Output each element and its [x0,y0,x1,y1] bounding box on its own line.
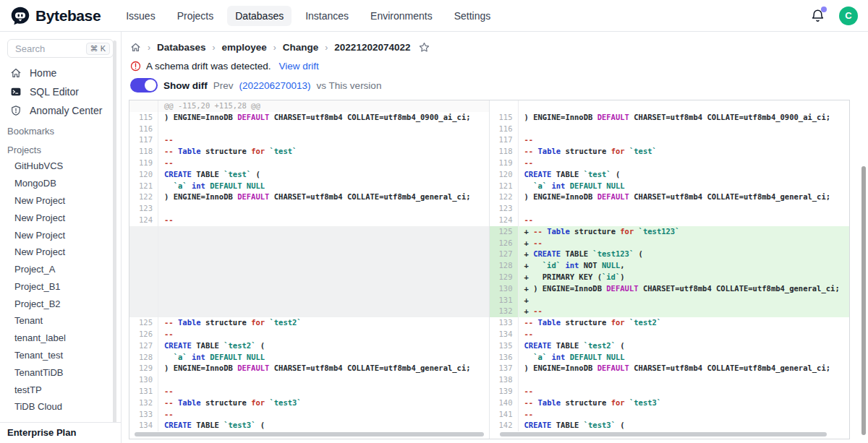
code-line: -- [519,409,850,421]
sidebar-project-item[interactable]: testTP [0,381,121,398]
main-vertical-scrollbar[interactable] [861,166,866,435]
prev-version-link[interactable]: (202206270013) [239,80,311,91]
code-token: structure [201,318,252,327]
code-line: + -- Table structure for `test123` [519,226,850,238]
code-line: ) ENGINE=InnoDB DEFAULT CHARSET=utf8mb4 … [519,112,850,124]
diff-row: 127CREATE TABLE `test2` ( [129,340,489,352]
search-input[interactable] [14,43,69,55]
code-token: structure [570,227,621,236]
code-token: CREATE [164,170,192,179]
code-token: -- [164,158,174,167]
breadcrumb-home-icon[interactable] [130,42,141,53]
sidebar-project-item[interactable]: TiDB Cloud [0,398,121,416]
sidebar-project-item[interactable]: GitHubVCS [0,158,121,175]
code-line [158,306,489,317]
line-number: 122 [490,192,519,203]
line-number: 127 [129,340,158,352]
line-number: 127 [490,249,519,260]
notifications-button[interactable] [810,8,826,24]
code-token: DEFAULT [597,364,629,372]
sidebar-project-item[interactable]: New Project [0,209,121,226]
sidebar-project-item[interactable]: Tenant [0,312,121,330]
sidebar-item-home[interactable]: Home [0,64,121,82]
nav-tab-settings[interactable]: Settings [446,6,499,26]
line-number: 117 [129,134,158,146]
bytebase-logo[interactable]: Bytebase [10,6,101,26]
main-content: ›Databases›employee›Change›2022120207402… [122,32,868,443]
diff-row: 140-- Table structure for `test3` [490,397,850,409]
code-token [164,353,174,361]
sidebar-project-item[interactable]: Project_B2 [0,295,121,312]
code-token: NULL [602,261,620,270]
sidebar-project-item[interactable]: Tenant_test [0,347,121,364]
code-token: `test` [629,147,657,155]
sidebar-project-item[interactable]: Project_A [0,261,121,278]
show-diff-toggle[interactable] [130,78,158,93]
nav-tab-environments[interactable]: Environments [362,6,441,26]
sidebar-project-item[interactable]: New Project [0,226,121,244]
line-number [129,100,158,112]
view-drift-link[interactable]: View drift [279,61,319,72]
code-token: `test3` [224,421,255,429]
code-token: for [611,318,625,327]
star-icon[interactable] [418,41,430,53]
diff-row: 124-- [129,215,489,226]
sidebar-project-item[interactable]: New Project [0,192,121,210]
code-line: `a` int DEFAULT NULL [158,352,489,364]
code-line: `a` int DEFAULT NULL [519,181,850,192]
nav-tab-projects[interactable]: Projects [169,6,222,26]
nav-tab-issues[interactable]: Issues [118,6,163,26]
diff-row: 130 [129,374,489,386]
sidebar-project-item[interactable]: tenant_label [0,330,121,347]
code-token: ( [255,341,265,350]
line-number: 115 [129,112,158,124]
code-line [519,374,850,386]
toggle-knob [145,79,156,91]
sidebar-project-item[interactable]: TenantTiDB [0,364,121,381]
diff-row: 119-- [490,158,850,169]
alert-icon [130,61,141,72]
code-token: `a` [533,181,547,190]
code-token: TABLE [551,421,583,429]
code-token: `test2` [629,318,661,327]
sidebar-project-item[interactable]: Project_B1 [0,278,121,295]
code-token: ( [255,421,265,429]
breadcrumb-item[interactable]: employee [222,42,267,53]
diff-left-horizontal-scrollbar[interactable] [135,432,484,436]
code-token: -- [164,135,174,144]
code-line: -- [519,329,850,340]
code-line: -- Table structure for `test2` [158,317,489,329]
code-token: , [620,261,624,270]
breadcrumb-item[interactable]: Databases [157,42,206,53]
breadcrumb-item[interactable]: Change [283,42,319,53]
nav-tab-instances[interactable]: Instances [297,6,357,26]
user-avatar[interactable]: C [839,7,858,25]
code-token: -- [164,410,174,418]
code-token: structure [561,318,611,327]
nav-tab-databases[interactable]: Databases [227,6,292,26]
code-line [158,124,489,135]
line-number: 139 [490,386,519,397]
sidebar-item-anomaly-center[interactable]: Anomaly Center [0,101,121,120]
code-token: `a` [174,353,187,361]
sidebar-project-item[interactable]: New Project [0,244,121,261]
sidebar-project-item[interactable]: MongoDB [0,175,121,192]
line-number: 125 [129,317,158,329]
sidebar-item-label: Anomaly Center [30,105,102,116]
search-box[interactable]: ⌘ K [7,39,114,58]
sidebar-item-sql-editor[interactable]: SQL Editor [0,82,121,101]
diff-row: 124-- [490,215,850,226]
code-line: -- Table structure for `test` [158,146,489,158]
code-token: NOT [579,261,602,270]
code-token: ( [251,170,260,179]
diff-right-horizontal-scrollbar[interactable] [500,432,827,436]
breadcrumb-item[interactable]: 20221202074022 [334,42,410,53]
diff-row: 132-- Table structure for `test3` [129,397,489,409]
code-token: DEFAULT NULL [570,353,625,361]
diff-row: 133-- [129,409,489,421]
code-token: int [551,353,565,361]
code-token: + [524,249,534,258]
sidebar-scrollbar[interactable] [113,40,116,426]
code-line: ) ENGINE=InnoDB DEFAULT CHARSET=utf8mb4 … [519,192,850,203]
line-number: 132 [490,306,519,317]
